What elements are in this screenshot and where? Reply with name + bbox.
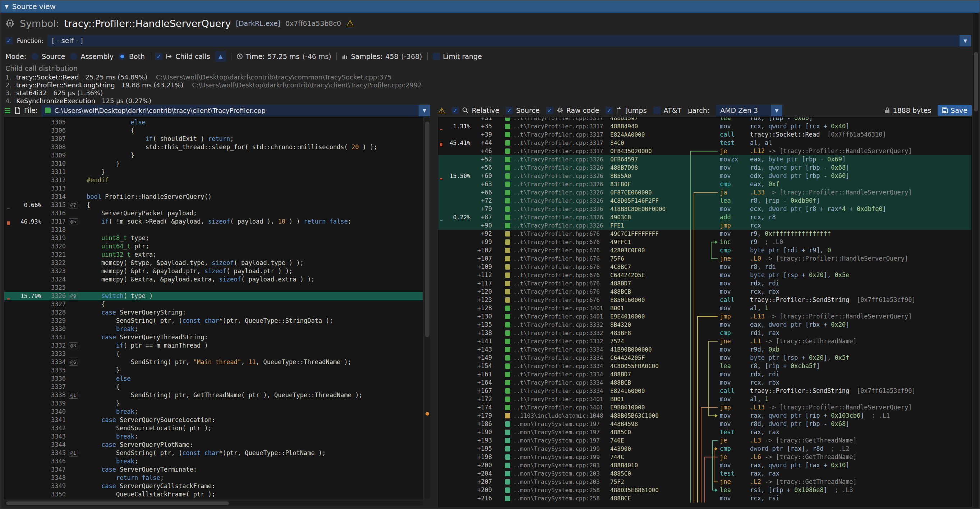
asm-row-+154[interactable]: +154..t\TracyProfiler.cpp:33344C8D055FBA… [438,362,971,370]
source-line-3305[interactable]: 3305 else [4,118,423,127]
source-line-3329[interactable]: 3329 SendString( ptr, (const char*)ptr, … [4,317,423,325]
asm-row-+164[interactable]: +164..t\TracyProfiler.cpp:3334488BCBmovr… [438,379,971,387]
source-line-3346[interactable]: 3346 break; [4,457,423,466]
source-line-3316[interactable]: 3316 ServerQueryPacket payload; [4,209,423,218]
source-line-3313[interactable]: 3313 [4,185,423,192]
asm-row-+149[interactable]: +149..t\TracyProfiler.cpp:3334C64424205F… [438,354,971,362]
source-line-3334[interactable]: 3334@6 SendString( ptr, "Main thread", 1… [4,358,423,366]
asm-row-+107[interactable]: +107..t\TracyProfiler.hpp:67675F6jne.L0 … [438,254,971,263]
asm-row-+31[interactable]: +31..t\TracyProfiler.cpp:3317488D5597lea… [438,117,971,122]
source-line-3322[interactable]: 3322 memcpy( &type, &payload.type, sizeo… [4,259,423,267]
asm-row-+161[interactable]: +161..t\TracyProfiler.cpp:3334488BD7movr… [438,370,971,379]
asm-row-+179[interactable]: +179..1103\include\atomic:1048488B05B63C… [438,412,971,420]
source-line-3328[interactable]: 3328 case ServerQueryString: [4,309,423,317]
asm-row-+52[interactable]: +52..t\TracyProfiler.cpp:33260FB64597mov… [438,155,971,164]
asm-row-+46[interactable]: +46..t\TracyProfiler.cpp:33170F843502000… [438,147,971,155]
asm-row-+193[interactable]: +193..mon\TracySystem.cpp:197740Eje.L3 -… [438,436,971,445]
source-line-3306[interactable]: 3306 { [4,127,423,135]
asm-row-+174[interactable]: +174..t\TracyProfiler.cpp:3401E9B8010000… [438,403,971,412]
source-line-3318[interactable]: 3318 [4,226,423,234]
relative-check[interactable] [452,107,459,114]
asm-row-+200[interactable]: +200..mon\TracySystem.cpp:203488B4010mov… [438,461,971,469]
asm-row-+123[interactable]: +123..t\TracyProfiler.hpp:676E850160000c… [438,296,971,304]
radio-source-circle[interactable] [31,53,38,60]
source-line-3341[interactable]: 3341 case ServerQuerySourceLocation: [4,416,423,424]
source-line-3323[interactable]: 3323 memcpy( &ptr, &payload.ptr, sizeof(… [4,267,423,275]
asm-row-+138[interactable]: +138..t\TracyProfiler.cpp:3332483BF8cmpr… [438,329,971,337]
asm-row-+143[interactable]: +143..t\TracyProfiler.cpp:333441B90B0000… [438,345,971,354]
asm-row-+92[interactable]: +92..t\TracyProfiler.hpp:67649C7C1FFFFFF… [438,230,971,238]
asm-row-+72[interactable]: +72..t\TracyProfiler.cpp:33264C8D05F146F… [438,197,971,205]
asm-row-+172[interactable]: +172..t\TracyProfiler.cpp:3401B001moval,… [438,395,971,403]
child-call-entry[interactable]: 4.KeSynchronizeExecution125 µs (0.27%) [5,97,971,105]
relative-checkbox[interactable]: Relative [452,107,500,114]
source-line-3349[interactable]: 3349 case ServerQueryCallstackFrame: [4,482,423,490]
raw-code-checkbox[interactable]: Raw code [546,107,600,114]
source-line-3345[interactable]: 3345@1 SendString( ptr, (const char*)ptr… [4,449,423,457]
asm-row-+56[interactable]: +56..t\TracyProfiler.cpp:3326488B7D98mov… [438,164,971,172]
asm-row-+216[interactable]: +216..mon\TracySystem.cpp:258488BCEmovrc… [438,494,971,503]
source-line-3310[interactable]: 3310 } [4,160,423,168]
asm-row-+112[interactable]: +112..t\TracyProfiler.hpp:676C64424205Em… [438,271,971,279]
asm-row-+209[interactable]: +209..mon\TracySystem.cpp:258488D35E8861… [438,486,971,494]
asm-row-+135[interactable]: +135..t\TracyProfiler.cpp:33328B4320move… [438,321,971,329]
source-line-3317[interactable]: 46.93%3317@5 if( !m_sock->Read( &payload… [4,218,423,226]
asm-row-+120[interactable]: +120..t\TracyProfiler.hpp:676488BCBmovrc… [438,288,971,296]
source-line-3308[interactable]: 3308 std::this_thread::sleep_for( std::c… [4,143,423,151]
att-checkbox[interactable]: AT&T [653,107,682,114]
asm-row-+186[interactable]: +186..mon\TracySystem.cpp:197448B4598mov… [438,420,971,428]
source-line-3337[interactable]: 3337 { [4,383,423,391]
source-line-3339[interactable]: 3339 } [4,399,423,408]
asm-row-+35[interactable]: 1.31%+35..t\TracyProfiler.cpp:3317488B49… [438,122,971,130]
asm-row-+109[interactable]: +109..t\TracyProfiler.hpp:6764C8BC7movr8… [438,263,971,271]
source-line-3342[interactable]: 3342 SendSourceLocation( ptr ); [4,424,423,433]
source-line-3321[interactable]: 3321 uint32_t extra; [4,251,423,259]
source-line-3340[interactable]: 3340 break; [4,408,423,416]
radio-source[interactable]: Source [31,52,65,60]
asm-row-+128[interactable]: +128..t\TracyProfiler.cpp:3401B001moval,… [438,304,971,312]
source-line-3327[interactable]: 3327 { [4,300,423,309]
asm-row-+130[interactable]: +130..t\TracyProfiler.cpp:3401E9E4010000… [438,312,971,321]
collapse-icon[interactable]: ▼ [5,3,9,10]
asm-row-+141[interactable]: +141..t\TracyProfiler.cpp:33327524jne.L1… [438,337,971,345]
asm-row-+99[interactable]: +99..t\TracyProfiler.hpp:67649FFC1incr9 … [438,238,971,246]
source-line-3335[interactable]: 3335 } [4,366,423,375]
asm-source-checkbox[interactable]: Source [506,107,539,114]
source-line-3312[interactable]: 3312#endif [4,176,423,185]
asm-row-+87[interactable]: 0.22%+87..t\TracyProfiler.cpp:33264903C8… [438,213,971,221]
window-scrollbar[interactable] [973,13,978,507]
source-line-3343[interactable]: 3343 break; [4,433,423,441]
asm-row-+79[interactable]: +79..t\TracyProfiler.cpp:3326418B8C80E0B… [438,205,971,213]
asm-row-+44[interactable]: 45.41%+44..t\TracyProfiler.cpp:331784C0t… [438,139,971,147]
asm-row-+117[interactable]: +117..t\TracyProfiler.hpp:676488BD7movrd… [438,279,971,288]
scrollbar-thumb[interactable] [974,52,978,111]
asm-row-+66[interactable]: +66..t\TracyProfiler.cpp:33260F87CE06000… [438,188,971,197]
asm-row-+63[interactable]: +63..t\TracyProfiler.cpp:332683F80Fcmpea… [438,180,971,188]
chevron-down-icon[interactable]: ▼ [959,35,971,46]
limit-range-check[interactable] [433,53,440,60]
child-call-entry[interactable]: 1.tracy::Socket::Read25.25 ms (54.89%)C:… [5,73,971,81]
child-call-entry[interactable]: 2.tracy::Profiler::SendLongString19.88 m… [5,81,971,89]
limit-range-checkbox[interactable]: Limit range [433,52,482,60]
up-arrow-button[interactable]: ▲ [215,51,226,62]
att-check[interactable] [653,107,660,114]
source-line-3319[interactable]: 3319 uint8_t type; [4,234,423,242]
child-call-entry[interactable]: 3.stat64i32625 µs (1.36%) [5,89,971,97]
source-line-3320[interactable]: 3320 uint64_t ptr; [4,242,423,251]
save-button[interactable]: Save [938,105,972,116]
source-line-3315[interactable]: 0.66%3315@7{ [4,201,423,209]
asm-row-+60[interactable]: 15.50%+60..t\TracyProfiler.cpp:33268B55A… [438,172,971,180]
source-line-3332[interactable]: 3332@3 if( ptr == m_mainThread ) [4,342,423,350]
asm-row-+198[interactable]: +198..mon\TracySystem.cpp:199744Cje.L6 -… [438,453,971,461]
source-scrollbar-vertical[interactable] [425,117,430,499]
chevron-down-icon[interactable]: ▼ [771,105,782,116]
radio-both[interactable]: Both [119,52,145,60]
child-calls-checkbox[interactable]: Child calls [155,52,210,60]
source-line-3338[interactable]: 3338@1 SendString( ptr, GetThreadName( p… [4,391,423,399]
source-line-3347[interactable]: 3347 case ServerQueryTerminate: [4,466,423,474]
source-line-3344[interactable]: 3344 case ServerQueryPlotName: [4,441,423,449]
source-line-3333[interactable]: 3333 { [4,350,423,358]
scrollbar-thumb[interactable] [425,121,430,337]
file-combo[interactable]: C:\Users\wolf\Desktop\darkrl\contrib\tra… [41,105,430,116]
function-combo[interactable]: [ - self - ] ▼ [48,35,971,46]
